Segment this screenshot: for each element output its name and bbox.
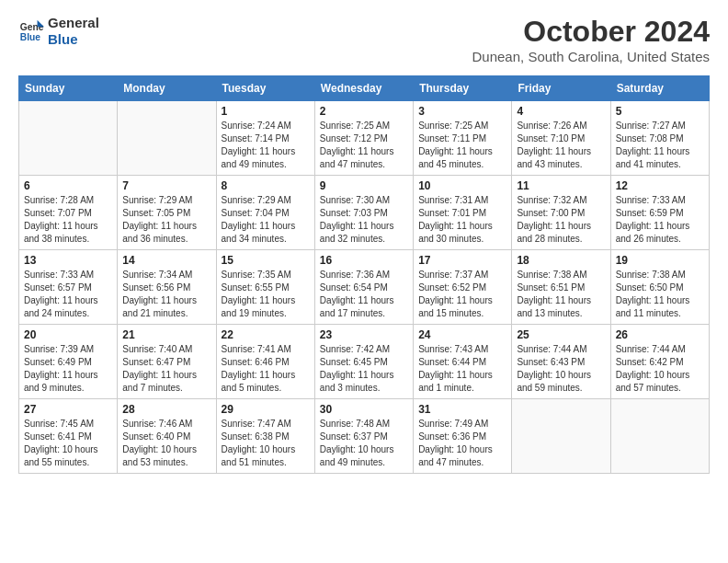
- logo-icon: General Blue: [18, 18, 44, 44]
- calendar-cell-week4-day2: 21Sunrise: 7:40 AM Sunset: 6:47 PM Dayli…: [118, 325, 216, 399]
- day-number: 20: [24, 328, 112, 341]
- calendar-cell-week1-day4: 2Sunrise: 7:25 AM Sunset: 7:12 PM Daylig…: [314, 101, 413, 176]
- day-number: 9: [320, 179, 408, 192]
- calendar-cell-week3-day4: 16Sunrise: 7:36 AM Sunset: 6:54 PM Dayli…: [314, 250, 413, 325]
- weekday-header-saturday: Saturday: [610, 76, 709, 101]
- day-info: Sunrise: 7:38 AM Sunset: 6:51 PM Dayligh…: [517, 269, 605, 320]
- day-info: Sunrise: 7:37 AM Sunset: 6:52 PM Dayligh…: [418, 269, 506, 320]
- calendar-cell-week2-day3: 8Sunrise: 7:29 AM Sunset: 7:04 PM Daylig…: [216, 176, 314, 250]
- day-number: 23: [320, 328, 408, 341]
- day-number: 17: [418, 254, 506, 267]
- calendar-cell-week1-day6: 4Sunrise: 7:26 AM Sunset: 7:10 PM Daylig…: [512, 101, 610, 176]
- day-info: Sunrise: 7:27 AM Sunset: 7:08 PM Dayligh…: [616, 120, 704, 171]
- day-info: Sunrise: 7:43 AM Sunset: 6:44 PM Dayligh…: [418, 343, 506, 395]
- calendar-cell-week1-day2: [118, 101, 216, 176]
- calendar-cell-week2-day4: 9Sunrise: 7:30 AM Sunset: 7:03 PM Daylig…: [314, 176, 413, 250]
- calendar-week-5: 27Sunrise: 7:45 AM Sunset: 6:41 PM Dayli…: [19, 399, 710, 474]
- day-info: Sunrise: 7:29 AM Sunset: 7:04 PM Dayligh…: [222, 194, 310, 246]
- day-number: 31: [418, 403, 506, 416]
- day-info: Sunrise: 7:44 AM Sunset: 6:42 PM Dayligh…: [616, 343, 704, 395]
- day-number: 10: [418, 179, 506, 192]
- weekday-header-row: SundayMondayTuesdayWednesdayThursdayFrid…: [19, 76, 710, 101]
- calendar-week-4: 20Sunrise: 7:39 AM Sunset: 6:49 PM Dayli…: [19, 325, 710, 399]
- day-info: Sunrise: 7:33 AM Sunset: 6:59 PM Dayligh…: [616, 194, 704, 246]
- calendar-cell-week5-day1: 27Sunrise: 7:45 AM Sunset: 6:41 PM Dayli…: [19, 399, 118, 474]
- day-info: Sunrise: 7:47 AM Sunset: 6:38 PM Dayligh…: [222, 418, 310, 469]
- day-info: Sunrise: 7:25 AM Sunset: 7:11 PM Dayligh…: [418, 120, 506, 171]
- calendar-cell-week4-day6: 25Sunrise: 7:44 AM Sunset: 6:43 PM Dayli…: [512, 325, 610, 399]
- day-info: Sunrise: 7:40 AM Sunset: 6:47 PM Dayligh…: [122, 343, 210, 395]
- day-number: 30: [320, 403, 408, 416]
- calendar-cell-week3-day5: 17Sunrise: 7:37 AM Sunset: 6:52 PM Dayli…: [414, 250, 512, 325]
- calendar-cell-week1-day3: 1Sunrise: 7:24 AM Sunset: 7:14 PM Daylig…: [216, 101, 314, 176]
- day-info: Sunrise: 7:49 AM Sunset: 6:36 PM Dayligh…: [418, 418, 506, 469]
- weekday-header-wednesday: Wednesday: [314, 76, 413, 101]
- day-info: Sunrise: 7:32 AM Sunset: 7:00 PM Dayligh…: [517, 194, 605, 246]
- day-number: 18: [517, 254, 605, 267]
- calendar-cell-week2-day5: 10Sunrise: 7:31 AM Sunset: 7:01 PM Dayli…: [414, 176, 512, 250]
- calendar-cell-week2-day6: 11Sunrise: 7:32 AM Sunset: 7:00 PM Dayli…: [512, 176, 610, 250]
- calendar-week-3: 13Sunrise: 7:33 AM Sunset: 6:57 PM Dayli…: [19, 250, 710, 325]
- day-number: 21: [122, 328, 210, 341]
- day-number: 5: [616, 105, 704, 118]
- day-number: 14: [122, 254, 210, 267]
- weekday-header-monday: Monday: [118, 76, 216, 101]
- calendar-cell-week3-day7: 19Sunrise: 7:38 AM Sunset: 6:50 PM Dayli…: [610, 250, 709, 325]
- day-number: 7: [122, 179, 210, 192]
- day-number: 27: [24, 403, 112, 416]
- calendar-title: October 2024: [472, 15, 711, 49]
- day-number: 28: [122, 403, 210, 416]
- calendar-table: SundayMondayTuesdayWednesdayThursdayFrid…: [18, 75, 710, 474]
- day-info: Sunrise: 7:38 AM Sunset: 6:50 PM Dayligh…: [616, 269, 704, 320]
- weekday-header-tuesday: Tuesday: [216, 76, 314, 101]
- day-number: 6: [24, 179, 112, 192]
- day-number: 13: [24, 254, 112, 267]
- day-info: Sunrise: 7:46 AM Sunset: 6:40 PM Dayligh…: [122, 418, 210, 469]
- day-number: 22: [222, 328, 310, 341]
- day-number: 8: [222, 179, 310, 192]
- calendar-cell-week5-day7: [610, 399, 709, 474]
- calendar-subtitle: Dunean, South Carolina, United States: [472, 49, 711, 64]
- calendar-cell-week3-day1: 13Sunrise: 7:33 AM Sunset: 6:57 PM Dayli…: [19, 250, 118, 325]
- day-info: Sunrise: 7:35 AM Sunset: 6:55 PM Dayligh…: [222, 269, 310, 320]
- day-info: Sunrise: 7:34 AM Sunset: 6:56 PM Dayligh…: [122, 269, 210, 320]
- day-info: Sunrise: 7:36 AM Sunset: 6:54 PM Dayligh…: [320, 269, 408, 320]
- calendar-cell-week3-day2: 14Sunrise: 7:34 AM Sunset: 6:56 PM Dayli…: [118, 250, 216, 325]
- calendar-cell-week3-day3: 15Sunrise: 7:35 AM Sunset: 6:55 PM Dayli…: [216, 250, 314, 325]
- day-number: 26: [616, 328, 704, 341]
- day-info: Sunrise: 7:26 AM Sunset: 7:10 PM Dayligh…: [517, 120, 605, 171]
- calendar-cell-week5-day6: [512, 399, 610, 474]
- weekday-header-thursday: Thursday: [414, 76, 512, 101]
- calendar-week-1: 1Sunrise: 7:24 AM Sunset: 7:14 PM Daylig…: [19, 101, 710, 176]
- calendar-cell-week1-day7: 5Sunrise: 7:27 AM Sunset: 7:08 PM Daylig…: [610, 101, 709, 176]
- day-number: 29: [222, 403, 310, 416]
- day-info: Sunrise: 7:31 AM Sunset: 7:01 PM Dayligh…: [418, 194, 506, 246]
- logo: General Blue General Blue: [18, 15, 99, 48]
- logo-text-line1: General: [48, 15, 99, 31]
- calendar-cell-week5-day2: 28Sunrise: 7:46 AM Sunset: 6:40 PM Dayli…: [118, 399, 216, 474]
- day-number: 25: [517, 328, 605, 341]
- calendar-cell-week2-day1: 6Sunrise: 7:28 AM Sunset: 7:07 PM Daylig…: [19, 176, 118, 250]
- title-area: October 2024 Dunean, South Carolina, Uni…: [472, 15, 711, 64]
- calendar-cell-week4-day7: 26Sunrise: 7:44 AM Sunset: 6:42 PM Dayli…: [610, 325, 709, 399]
- day-info: Sunrise: 7:41 AM Sunset: 6:46 PM Dayligh…: [222, 343, 310, 395]
- day-info: Sunrise: 7:30 AM Sunset: 7:03 PM Dayligh…: [320, 194, 408, 246]
- day-info: Sunrise: 7:42 AM Sunset: 6:45 PM Dayligh…: [320, 343, 408, 395]
- calendar-cell-week5-day4: 30Sunrise: 7:48 AM Sunset: 6:37 PM Dayli…: [314, 399, 413, 474]
- day-number: 3: [418, 105, 506, 118]
- calendar-cell-week4-day4: 23Sunrise: 7:42 AM Sunset: 6:45 PM Dayli…: [314, 325, 413, 399]
- day-info: Sunrise: 7:39 AM Sunset: 6:49 PM Dayligh…: [24, 343, 112, 395]
- calendar-cell-week4-day5: 24Sunrise: 7:43 AM Sunset: 6:44 PM Dayli…: [414, 325, 512, 399]
- page-header: General Blue General Blue October 2024 D…: [18, 15, 710, 64]
- calendar-cell-week2-day2: 7Sunrise: 7:29 AM Sunset: 7:05 PM Daylig…: [118, 176, 216, 250]
- day-number: 4: [517, 105, 605, 118]
- day-number: 24: [418, 328, 506, 341]
- logo-text-line2: Blue: [48, 31, 99, 48]
- day-info: Sunrise: 7:45 AM Sunset: 6:41 PM Dayligh…: [24, 418, 112, 469]
- calendar-cell-week2-day7: 12Sunrise: 7:33 AM Sunset: 6:59 PM Dayli…: [610, 176, 709, 250]
- day-number: 16: [320, 254, 408, 267]
- calendar-cell-week1-day5: 3Sunrise: 7:25 AM Sunset: 7:11 PM Daylig…: [414, 101, 512, 176]
- day-number: 2: [320, 105, 408, 118]
- day-info: Sunrise: 7:44 AM Sunset: 6:43 PM Dayligh…: [517, 343, 605, 395]
- day-info: Sunrise: 7:28 AM Sunset: 7:07 PM Dayligh…: [24, 194, 112, 246]
